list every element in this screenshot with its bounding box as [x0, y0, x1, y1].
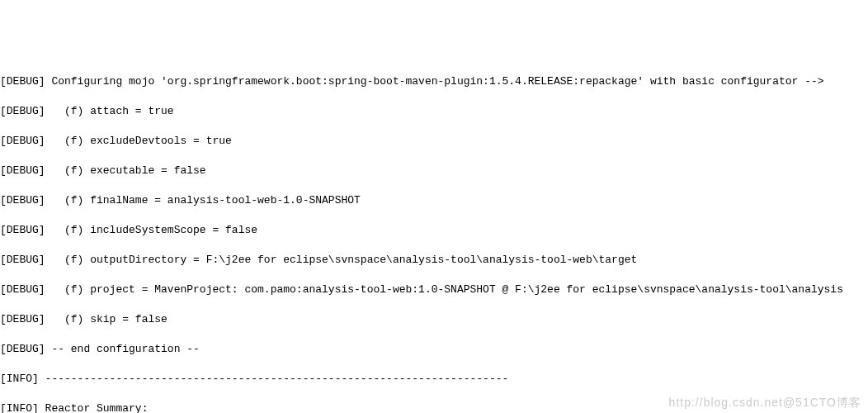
log-line: [DEBUG] (f) attach = true: [0, 104, 868, 119]
log-line: [INFO] ---------------------------------…: [0, 372, 868, 387]
log-line: [DEBUG] (f) finalName = analysis-tool-we…: [0, 193, 868, 208]
log-line: [DEBUG] (f) includeSystemScope = false: [0, 223, 868, 238]
log-line: [DEBUG] (f) outputDirectory = F:\j2ee fo…: [0, 253, 868, 268]
watermark-text: http://blog.csdn.net@51CTO博客: [669, 395, 861, 410]
log-line: [DEBUG] (f) executable = false: [0, 164, 868, 178]
console-output: [DEBUG] Configuring mojo 'org.springfram…: [0, 59, 868, 413]
log-line: [DEBUG] -- end configuration --: [0, 342, 868, 357]
log-line: [DEBUG] (f) project = MavenProject: com.…: [0, 282, 868, 297]
log-line: [DEBUG] Configuring mojo 'org.springfram…: [0, 74, 868, 89]
log-line: [DEBUG] (f) excludeDevtools = true: [0, 134, 868, 149]
log-line: [DEBUG] (f) skip = false: [0, 312, 868, 327]
